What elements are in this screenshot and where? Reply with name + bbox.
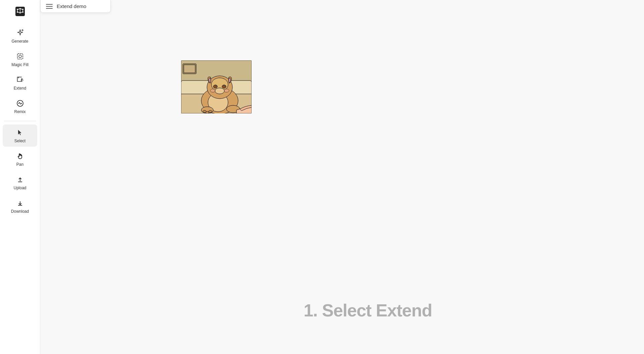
sidebar-item-generate[interactable]: Generate (3, 25, 37, 47)
canvas[interactable]: 1. Select Extend (40, 0, 644, 354)
sidebar-item-download-label: Download (11, 209, 29, 214)
topbar-title: Extend demo (57, 3, 86, 9)
svg-point-48 (209, 110, 212, 112)
svg-point-38 (216, 86, 217, 87)
sidebar: Generate Magic Fill Extend (0, 0, 40, 354)
svg-rect-14 (17, 54, 23, 59)
main-canvas-area: 1. Select Extend (40, 0, 644, 354)
sparkle-icon (15, 28, 25, 38)
svg-point-2 (19, 8, 21, 9)
svg-point-6 (22, 11, 23, 13)
svg-point-20 (21, 103, 22, 104)
sidebar-item-upload[interactable]: Upload (3, 171, 37, 194)
sidebar-divider-1 (4, 121, 36, 121)
select-icon (15, 128, 25, 137)
svg-point-43 (215, 88, 224, 94)
svg-point-39 (224, 86, 225, 87)
app-logo[interactable] (13, 4, 28, 19)
sidebar-item-upload-label: Upload (13, 186, 26, 190)
remix-icon (15, 99, 25, 108)
svg-point-47 (206, 111, 209, 113)
download-icon (15, 198, 25, 208)
svg-point-4 (17, 11, 18, 13)
upload-icon (15, 175, 25, 184)
magic-fill-icon (15, 52, 25, 61)
sidebar-item-select-label: Select (14, 139, 25, 143)
sidebar-item-remix-label: Remix (14, 109, 25, 114)
extend-icon (15, 75, 25, 85)
brain-circuit-icon (14, 5, 26, 17)
svg-point-1 (17, 9, 18, 10)
svg-point-5 (19, 12, 21, 13)
sidebar-item-select[interactable]: Select (3, 124, 37, 147)
menu-icon[interactable] (46, 4, 53, 9)
doge-image[interactable] (181, 60, 252, 113)
sidebar-item-download[interactable]: Download (3, 195, 37, 217)
svg-point-37 (222, 85, 226, 88)
sidebar-item-magic-fill[interactable]: Magic Fill (3, 48, 37, 70)
pan-icon (15, 151, 25, 161)
svg-point-3 (22, 9, 23, 10)
sidebar-item-generate-label: Generate (11, 39, 28, 44)
svg-point-19 (18, 103, 19, 104)
sidebar-item-pan-label: Pan (16, 162, 23, 167)
svg-point-15 (19, 55, 21, 58)
svg-rect-31 (184, 65, 195, 73)
sidebar-item-remix[interactable]: Remix (3, 95, 37, 117)
instruction-text: 1. Select Extend (304, 300, 432, 320)
sidebar-item-extend-label: Extend (14, 86, 26, 91)
doge-image-svg (181, 60, 252, 113)
svg-point-36 (213, 85, 217, 88)
sidebar-item-pan[interactable]: Pan (3, 148, 37, 170)
topbar-dropdown: Extend demo (40, 0, 111, 13)
sidebar-item-magic-fill-label: Magic Fill (11, 62, 29, 67)
sidebar-item-extend[interactable]: Extend (3, 72, 37, 94)
